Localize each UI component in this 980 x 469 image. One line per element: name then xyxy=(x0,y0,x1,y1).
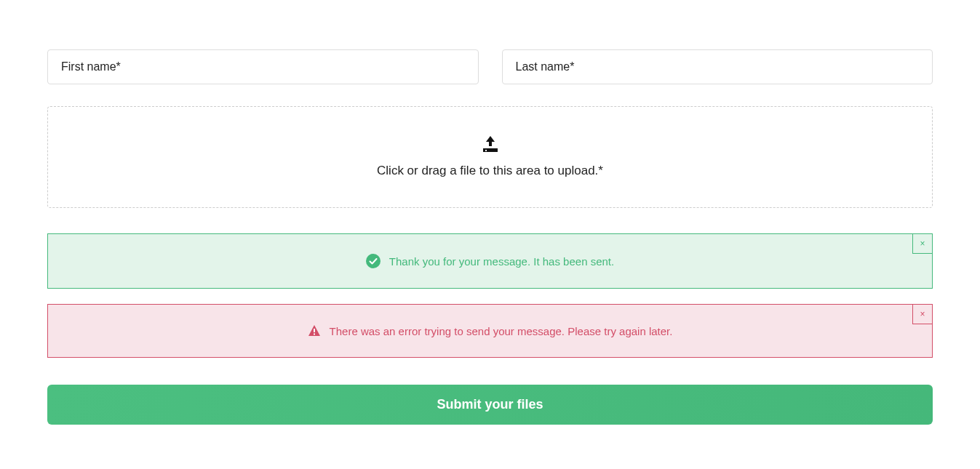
svg-rect-1 xyxy=(485,150,487,151)
file-upload-area[interactable]: Click or drag a file to this area to upl… xyxy=(47,106,933,208)
svg-point-2 xyxy=(366,254,381,268)
first-name-field-wrapper xyxy=(47,49,479,84)
svg-rect-4 xyxy=(314,334,315,335)
upload-icon xyxy=(480,136,501,156)
check-circle-icon xyxy=(366,254,381,268)
error-alert-text: There was an error trying to send your m… xyxy=(330,325,673,337)
success-alert-text: Thank you for your message. It has been … xyxy=(389,255,614,268)
submit-button[interactable]: Submit your files xyxy=(47,385,933,425)
svg-rect-3 xyxy=(314,329,315,332)
error-alert: There was an error trying to send your m… xyxy=(47,304,933,358)
warning-triangle-icon xyxy=(308,324,321,337)
success-alert: Thank you for your message. It has been … xyxy=(47,233,933,289)
last-name-input[interactable] xyxy=(502,49,933,84)
upload-instruction-text: Click or drag a file to this area to upl… xyxy=(63,164,917,178)
success-alert-close-button[interactable]: × xyxy=(912,233,933,254)
first-name-input[interactable] xyxy=(47,49,479,84)
last-name-field-wrapper xyxy=(502,49,933,84)
name-row xyxy=(47,49,933,84)
error-alert-close-button[interactable]: × xyxy=(912,304,933,324)
